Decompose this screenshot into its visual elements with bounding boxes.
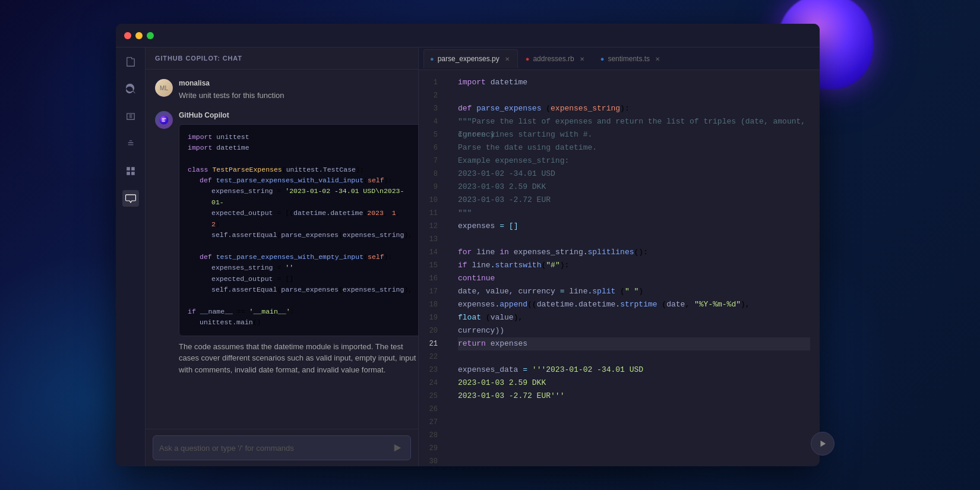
user-message-content: monalisa Write unit tests for this funct… [179, 79, 409, 102]
user-name: monalisa [179, 79, 409, 87]
user-avatar: ML [155, 79, 173, 97]
maximize-button[interactable] [147, 32, 154, 39]
chat-header: GITHUB COPILOT: CHAT [146, 48, 418, 69]
editor-content: 12345 678910 1112131415 1617181920 21 22… [419, 70, 820, 466]
minimize-button[interactable] [135, 32, 143, 39]
sidebar-icon-files[interactable] [122, 53, 139, 70]
tab-label-addresses: addresses.rb [533, 55, 574, 63]
close-button[interactable] [124, 32, 131, 39]
play-button[interactable] [811, 432, 834, 456]
title-bar [116, 24, 820, 48]
chat-input-area [146, 429, 418, 466]
tab-label-parse-expenses: parse_expenses.py [438, 55, 500, 63]
window-controls [124, 32, 154, 39]
chat-input[interactable] [159, 444, 390, 453]
python-icon: ● [430, 55, 434, 62]
tab-close-sentiments[interactable]: ✕ [653, 55, 662, 63]
tab-close-addresses[interactable]: ✕ [578, 55, 586, 63]
chat-messages: ML monalisa Write unit tests for this fu… [146, 69, 418, 429]
copilot-name: GitHub Copilot [179, 111, 418, 119]
sidebar [116, 48, 146, 466]
copilot-response-text: The code assumes that the datetime modul… [179, 341, 418, 376]
ts-icon: ● [600, 55, 605, 62]
main-content: GITHUB COPILOT: CHAT ML monalisa Write u… [116, 48, 820, 466]
tab-addresses[interactable]: ● addresses.rb ✕ [519, 49, 593, 68]
copilot-message-content: GitHub Copilot import unittest import da… [179, 111, 418, 376]
sidebar-icon-chat[interactable] [122, 190, 139, 207]
user-message: ML monalisa Write unit tests for this fu… [155, 79, 409, 102]
chat-panel: GITHUB COPILOT: CHAT ML monalisa Write u… [146, 48, 419, 466]
sidebar-icon-debug[interactable] [122, 135, 139, 152]
tab-label-sentiments: sentiments.ts [608, 55, 650, 63]
code-area[interactable]: import datetime def parse_expenses (expe… [448, 70, 820, 466]
chat-input-wrapper [153, 435, 411, 460]
sidebar-icon-extensions[interactable] [122, 108, 139, 125]
tab-parse-expenses[interactable]: ● parse_expenses.py ✕ [423, 49, 518, 68]
line-numbers: 12345 678910 1112131415 1617181920 21 22… [419, 70, 448, 466]
copilot-response: GitHub Copilot import unittest import da… [155, 111, 409, 376]
sidebar-icon-search[interactable] [122, 81, 139, 97]
editor-panel: ● parse_expenses.py ✕ ● addresses.rb ✕ ●… [419, 48, 820, 466]
copilot-avatar [155, 111, 173, 129]
tab-sentiments[interactable]: ● sentiments.ts ✕ [594, 49, 668, 68]
code-block: import unittest import datetime class Te… [179, 124, 418, 336]
sidebar-icon-grid[interactable] [122, 163, 139, 179]
ruby-icon: ● [526, 55, 530, 62]
user-message-text: Write unit tests for this function [179, 90, 409, 102]
editor-tabs: ● parse_expenses.py ✕ ● addresses.rb ✕ ●… [419, 48, 820, 70]
main-window: GITHUB COPILOT: CHAT ML monalisa Write u… [116, 24, 820, 466]
send-button[interactable] [390, 441, 404, 455]
tab-close-parse-expenses[interactable]: ✕ [503, 55, 511, 63]
